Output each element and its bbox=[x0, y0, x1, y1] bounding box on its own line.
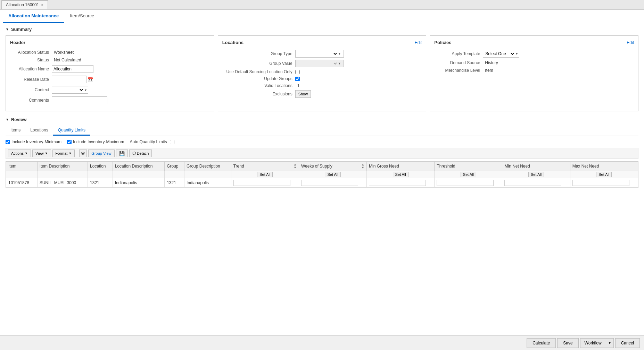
cell-min-net-need-input[interactable] bbox=[504, 180, 561, 186]
header-form: Allocation Status Worksheet Status Not C… bbox=[10, 50, 210, 104]
comments-label: Comments bbox=[10, 98, 52, 103]
context-row: Context bbox=[10, 86, 210, 94]
browser-tab-close[interactable]: × bbox=[41, 3, 43, 7]
group-view-button[interactable]: Group View bbox=[88, 150, 114, 157]
context-select[interactable] bbox=[53, 87, 84, 93]
calculate-button[interactable]: Calculate bbox=[527, 338, 556, 342]
cell-trend-input[interactable] bbox=[233, 180, 290, 186]
col-header-threshold: Threshold bbox=[435, 162, 502, 171]
col-header-location-desc: Location Description bbox=[113, 162, 164, 171]
group-type-label: Group Type bbox=[222, 51, 295, 56]
auto-qty-checkbox[interactable] bbox=[170, 140, 174, 144]
tab-locations[interactable]: Locations bbox=[25, 126, 53, 136]
set-all-min-gross-button[interactable]: Set All bbox=[393, 172, 408, 177]
workflow-main-button[interactable]: Workflow bbox=[580, 338, 606, 342]
policies-panel-title: Policies Edit bbox=[434, 40, 634, 46]
col-header-min-gross-need: Min Gross Need bbox=[367, 162, 435, 171]
cell-threshold[interactable] bbox=[435, 178, 502, 188]
cell-weeks-of-supply[interactable] bbox=[299, 178, 366, 188]
save-view-icon-button[interactable]: 💾 bbox=[116, 150, 128, 157]
set-all-trend-button[interactable]: Set All bbox=[257, 172, 273, 177]
cell-min-gross-need[interactable] bbox=[367, 178, 435, 188]
cell-min-gross-need-input[interactable] bbox=[369, 180, 426, 186]
apply-template-label: Apply Template bbox=[434, 51, 483, 56]
cell-min-net-need[interactable] bbox=[502, 178, 570, 188]
tab-allocation-maintenance[interactable]: Allocation Maintenance bbox=[3, 10, 64, 23]
freeze-icon-button[interactable]: ❄ bbox=[79, 150, 87, 157]
cell-max-net-need-input[interactable] bbox=[572, 180, 629, 186]
include-inv-min-checkbox[interactable] bbox=[6, 140, 10, 144]
release-date-input[interactable] bbox=[52, 76, 86, 83]
cell-weeks-of-supply-input[interactable] bbox=[301, 180, 358, 186]
browser-tab[interactable]: Allocation 150001 × bbox=[1, 0, 48, 9]
apply-template-select[interactable]: Select One bbox=[484, 51, 515, 57]
locations-edit-link[interactable]: Edit bbox=[415, 40, 422, 45]
group-type-select[interactable] bbox=[296, 51, 338, 57]
review-collapse-icon[interactable]: ▼ bbox=[6, 118, 9, 121]
main-content: ▼ Summary Header Allocation Status Works… bbox=[0, 23, 644, 342]
merchandise-level-value: Item bbox=[485, 68, 493, 73]
exclusions-show-button[interactable]: Show bbox=[295, 90, 311, 98]
col-header-group-desc: Group Description bbox=[184, 162, 231, 171]
set-all-threshold-button[interactable]: Set All bbox=[461, 172, 476, 177]
set-all-threshold-cell: Set All bbox=[435, 171, 502, 178]
tab-item-source[interactable]: Item/Source bbox=[64, 10, 100, 23]
valid-locations-value: 1 bbox=[297, 83, 300, 88]
cancel-button[interactable]: Cancel bbox=[615, 338, 640, 342]
view-chevron-icon: ▼ bbox=[45, 152, 48, 155]
update-groups-label: Update Groups bbox=[222, 76, 295, 81]
use-default-checkbox[interactable] bbox=[295, 70, 300, 74]
include-inv-max-checkbox[interactable] bbox=[67, 140, 72, 144]
allocation-name-input[interactable] bbox=[52, 65, 93, 73]
update-groups-row: Update Groups bbox=[222, 76, 422, 81]
set-all-min-net-button[interactable]: Set All bbox=[528, 172, 544, 177]
weeks-sort-arrows[interactable]: ▲▼ bbox=[361, 163, 364, 169]
apply-template-row: Apply Template Select One ▼ bbox=[434, 50, 634, 58]
table-row: 101951878SUNIL_MUAI_30001321Indianapolis… bbox=[6, 178, 638, 188]
set-all-weeks-button[interactable]: Set All bbox=[325, 172, 340, 177]
group-type-select-wrapper: ▼ bbox=[295, 50, 344, 58]
table-header-row: Item Item Description Location Location … bbox=[6, 162, 638, 171]
group-type-row: Group Type ▼ bbox=[222, 50, 422, 58]
exclusions-label: Exclusions bbox=[222, 92, 295, 96]
workflow-dropdown-button[interactable]: ▼ bbox=[606, 338, 614, 342]
table-body: 101951878SUNIL_MUAI_30001321Indianapolis… bbox=[6, 178, 638, 188]
set-all-row: Set All Set All Set All Set All Set All bbox=[6, 171, 638, 178]
trend-sort-arrows[interactable]: ▲▼ bbox=[294, 163, 297, 169]
set-all-max-net-button[interactable]: Set All bbox=[596, 172, 612, 177]
comments-input[interactable] bbox=[52, 96, 107, 104]
group-value-select[interactable] bbox=[296, 61, 338, 66]
set-all-item-empty bbox=[6, 171, 38, 178]
review-section: ▼ Review Items Locations Quantity Limits… bbox=[6, 117, 638, 188]
update-groups-checkbox[interactable] bbox=[295, 77, 300, 81]
calendar-icon[interactable]: 📅 bbox=[88, 77, 93, 82]
apply-template-wrapper: Select One ▼ bbox=[483, 50, 519, 58]
allocation-name-label: Allocation Name bbox=[10, 67, 52, 71]
header-panel: Header Allocation Status Worksheet Statu… bbox=[6, 35, 214, 111]
actions-button[interactable]: Actions ▼ bbox=[8, 150, 31, 157]
quantity-limits-table: Item Item Description Location Location … bbox=[6, 161, 638, 188]
exclusions-row: Exclusions Show bbox=[222, 90, 422, 98]
col-header-min-net-need: Min Net Need bbox=[502, 162, 570, 171]
detach-button[interactable]: ⬡ Detach bbox=[129, 150, 152, 157]
header-panel-title: Header bbox=[10, 40, 210, 46]
tab-items[interactable]: Items bbox=[6, 126, 25, 136]
valid-locations-label: Valid Locations bbox=[222, 83, 295, 88]
view-button[interactable]: View ▼ bbox=[32, 150, 51, 157]
policies-title-text: Policies bbox=[434, 40, 451, 45]
policies-panel: Policies Edit Apply Template Select One … bbox=[430, 35, 638, 111]
tab-locations-label: Locations bbox=[30, 128, 48, 133]
cell-group: 1321 bbox=[165, 178, 184, 188]
save-button[interactable]: Save bbox=[557, 338, 578, 342]
policies-edit-link[interactable]: Edit bbox=[627, 40, 634, 45]
tab-quantity-limits[interactable]: Quantity Limits bbox=[53, 126, 90, 136]
release-date-label: Release Date bbox=[10, 77, 52, 82]
cell-trend[interactable] bbox=[231, 178, 299, 188]
cell-max-net-need[interactable] bbox=[570, 178, 638, 188]
summary-collapse-icon[interactable]: ▼ bbox=[6, 27, 9, 31]
format-button[interactable]: Format ▼ bbox=[52, 150, 75, 157]
locations-panel: Locations Edit Group Type ▼ Group Value … bbox=[218, 35, 427, 111]
table-toolbar: Actions ▼ View ▼ Format ▼ ❄ Group View 💾… bbox=[6, 148, 638, 159]
cell-threshold-input[interactable] bbox=[437, 180, 494, 186]
workflow-arrow-icon: ▼ bbox=[608, 341, 611, 342]
